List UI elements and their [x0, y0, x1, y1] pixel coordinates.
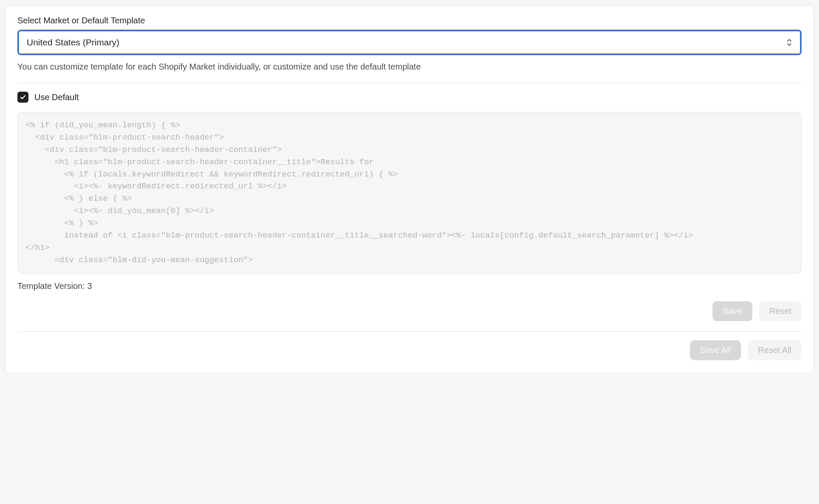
- global-button-row: Save All Reset All: [17, 340, 802, 360]
- chevron-up-down-icon: [786, 38, 792, 47]
- market-select-helper: You can customize template for each Shop…: [17, 61, 802, 73]
- use-default-checkbox[interactable]: [17, 92, 28, 103]
- use-default-row: Use Default: [17, 92, 802, 103]
- template-version-label: Template Version:: [17, 281, 87, 291]
- save-button[interactable]: Save: [712, 301, 752, 321]
- divider: [17, 331, 802, 332]
- market-select-focus-ring: United States (Primary): [17, 30, 802, 55]
- template-button-row: Save Reset: [17, 301, 802, 321]
- template-code-editor[interactable]: <% if (did_you_mean.length) { %> <div cl…: [17, 112, 802, 274]
- save-all-button[interactable]: Save All: [690, 340, 741, 360]
- market-select-label: Select Market or Default Template: [17, 16, 802, 25]
- template-version: Template Version: 3: [17, 281, 802, 291]
- use-default-label: Use Default: [34, 92, 79, 102]
- market-select-value: United States (Primary): [27, 37, 119, 47]
- reset-button[interactable]: Reset: [759, 301, 802, 321]
- template-version-value: 3: [87, 281, 92, 291]
- market-select[interactable]: United States (Primary): [19, 31, 800, 54]
- template-settings-card: Select Market or Default Template United…: [5, 5, 814, 373]
- reset-all-button[interactable]: Reset All: [748, 340, 802, 360]
- divider: [17, 83, 802, 83]
- checkmark-icon: [20, 94, 26, 101]
